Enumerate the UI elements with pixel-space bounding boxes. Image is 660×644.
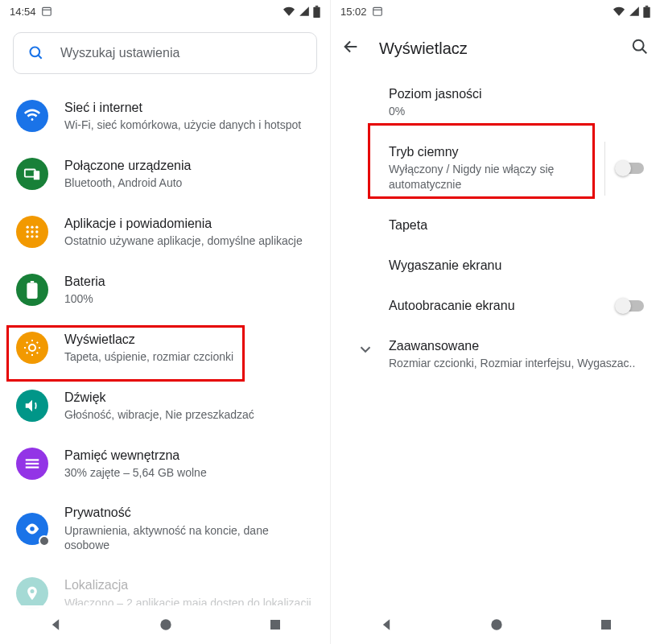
svg-point-32 xyxy=(491,619,501,630)
svg-point-19 xyxy=(29,345,35,351)
svg-point-23 xyxy=(160,619,171,630)
item-advanced[interactable]: Zaawansowane Rozmiar czcionki, Rozmiar i… xyxy=(357,326,647,384)
status-bar: 14:54 xyxy=(0,0,330,23)
item-title: Pamięć wewnętrzna xyxy=(64,447,316,464)
item-title: Autoobracanie ekranu xyxy=(389,299,597,313)
nav-back-button[interactable] xyxy=(47,617,64,633)
search-icon xyxy=(28,45,44,61)
nav-back-button[interactable] xyxy=(378,617,394,633)
autorotate-switch[interactable] xyxy=(617,300,644,312)
svg-point-13 xyxy=(35,230,38,233)
item-sub: Wi-Fi, sieć komórkowa, użycie danych i h… xyxy=(64,118,316,133)
item-title: Zaawansowane xyxy=(389,339,635,353)
svg-point-11 xyxy=(27,230,29,233)
item-title: Wyświetlacz xyxy=(64,331,316,349)
apps-icon xyxy=(16,216,48,248)
item-title: Wygaszanie ekranu xyxy=(389,258,647,273)
item-title: Tapeta xyxy=(389,218,647,233)
item-screensaver[interactable]: Wygaszanie ekranu xyxy=(389,246,647,286)
calendar-icon xyxy=(372,6,383,17)
svg-rect-2 xyxy=(313,6,320,17)
svg-point-16 xyxy=(35,235,38,237)
item-sub: Uprawnienia, aktywność na koncie, dane o… xyxy=(64,523,316,554)
battery-status-icon xyxy=(643,6,650,18)
search-settings-input[interactable]: Wyszukaj ustawienia xyxy=(13,32,317,74)
svg-point-8 xyxy=(27,226,29,229)
nav-recent-button[interactable] xyxy=(268,617,283,632)
nav-home-button[interactable] xyxy=(158,617,174,633)
svg-rect-0 xyxy=(42,7,51,15)
wifi-icon xyxy=(16,100,48,132)
clock: 15:02 xyxy=(340,6,367,18)
svg-point-10 xyxy=(35,226,38,229)
search-button[interactable] xyxy=(631,38,649,59)
signal-icon xyxy=(299,6,310,17)
dark-mode-switch[interactable] xyxy=(617,163,644,174)
svg-point-15 xyxy=(31,235,33,237)
item-sub: Tapeta, uśpienie, rozmiar czcionki xyxy=(64,349,316,365)
nav-home-button[interactable] xyxy=(489,617,505,633)
svg-rect-18 xyxy=(31,281,34,283)
nav-bar xyxy=(0,605,330,644)
item-battery[interactable]: Bateria100% xyxy=(0,261,330,319)
nav-recent-button[interactable] xyxy=(599,617,613,632)
item-dark-mode[interactable]: Tryb ciemny Wyłączony / Nigdy nie włączy… xyxy=(389,132,647,205)
item-title: Aplikacje i powiadomienia xyxy=(64,215,316,233)
svg-point-12 xyxy=(31,230,33,233)
svg-rect-27 xyxy=(643,6,650,17)
item-sub: 100% xyxy=(64,291,316,307)
divider xyxy=(604,142,605,196)
chevron-down-icon xyxy=(357,341,376,361)
devices-icon xyxy=(16,158,48,190)
signal-icon xyxy=(629,6,640,17)
item-title: Prywatność xyxy=(64,504,316,522)
item-connected-devices[interactable]: Połączone urządzeniaBluetooth, Android A… xyxy=(0,145,330,203)
item-title: Tryb ciemny xyxy=(389,145,597,159)
calendar-icon xyxy=(41,6,52,17)
svg-point-14 xyxy=(27,235,29,237)
svg-point-4 xyxy=(31,47,40,57)
wifi-status-icon xyxy=(613,6,625,17)
item-title: Sieć i internet xyxy=(64,99,316,117)
privacy-icon xyxy=(16,513,48,545)
item-brightness[interactable]: Poziom jasności 0% xyxy=(389,74,647,132)
item-privacy[interactable]: PrywatnośćUprawnienia, aktywność na konc… xyxy=(0,493,330,564)
svg-line-31 xyxy=(642,49,647,54)
item-apps[interactable]: Aplikacje i powiadomieniaOstatnio używan… xyxy=(0,203,330,261)
wifi-status-icon xyxy=(283,6,295,17)
app-bar: Wyświetlacz xyxy=(331,26,660,71)
svg-point-30 xyxy=(633,40,644,51)
item-title: Bateria xyxy=(64,273,316,291)
item-sub: Rozmiar czcionki, Rozmiar interfejsu, Wy… xyxy=(389,356,635,371)
item-autorotate[interactable]: Autoobracanie ekranu xyxy=(389,286,647,326)
svg-rect-7 xyxy=(34,171,39,180)
item-title: Poziom jasności xyxy=(389,87,647,101)
battery-status-icon xyxy=(313,6,320,18)
page-title: Wyświetlacz xyxy=(379,39,631,58)
item-sound[interactable]: DźwiękGłośność, wibracje, Nie przeszkadz… xyxy=(0,377,330,435)
clock: 14:54 xyxy=(10,6,36,18)
back-button[interactable] xyxy=(342,38,360,59)
item-storage[interactable]: Pamięć wewnętrzna30% zajęte – 5,64 GB wo… xyxy=(0,435,330,493)
svg-point-9 xyxy=(31,226,33,229)
storage-icon xyxy=(16,448,48,480)
svg-line-5 xyxy=(39,56,42,59)
item-sub: Wyłączony / Nigdy nie włączy się automat… xyxy=(389,162,597,192)
status-bar: 15:02 xyxy=(331,0,660,23)
svg-rect-25 xyxy=(373,7,382,15)
item-network[interactable]: Sieć i internetWi-Fi, sieć komórkowa, uż… xyxy=(0,87,330,145)
item-display[interactable]: WyświetlaczTapeta, uśpienie, rozmiar czc… xyxy=(0,319,330,377)
item-sub: Ostatnio używane aplikacje, domyślne apl… xyxy=(64,233,316,249)
svg-rect-28 xyxy=(646,6,648,7)
svg-rect-3 xyxy=(316,6,318,7)
display-icon xyxy=(16,332,48,364)
item-sub: 30% zajęte – 5,64 GB wolne xyxy=(64,465,316,481)
svg-rect-6 xyxy=(25,170,35,177)
svg-rect-33 xyxy=(601,620,611,630)
battery-icon xyxy=(16,274,48,306)
display-settings-list: Poziom jasności 0% Tryb ciemny Wyłączony… xyxy=(331,71,660,384)
svg-rect-24 xyxy=(270,620,280,630)
item-wallpaper[interactable]: Tapeta xyxy=(389,205,647,246)
item-title: Połączone urządzenia xyxy=(64,157,316,175)
screen-display-settings: 15:02 Wyświetlacz Poziom jasności 0% Try… xyxy=(330,0,660,644)
